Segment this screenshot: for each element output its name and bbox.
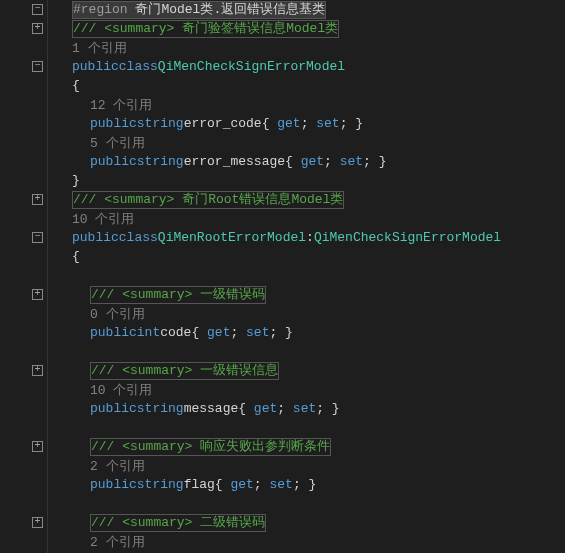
prop-code: code — [160, 325, 191, 340]
codelens-prop-message[interactable]: 10 个引用 — [90, 381, 152, 399]
fold-summary-3[interactable]: + — [32, 289, 43, 300]
fold-class-2[interactable]: − — [32, 232, 43, 243]
brace-open-2: { — [72, 249, 80, 264]
codelens-prop2[interactable]: 5 个引用 — [90, 134, 145, 152]
fold-region[interactable]: − — [32, 4, 43, 15]
brace-open: { — [72, 78, 80, 93]
fold-summary-5[interactable]: + — [32, 441, 43, 452]
prop-error-code: error_code — [184, 116, 262, 131]
fold-summary-2[interactable]: + — [32, 194, 43, 205]
class1-name: QiMenCheckSignErrorModel — [158, 59, 345, 74]
summary-prop-subcode: /// <summary> 二级错误码 — [90, 514, 266, 532]
codelens-prop-subcode[interactable]: 2 个引用 — [90, 533, 145, 551]
codelens-prop1[interactable]: 12 个引用 — [90, 96, 152, 114]
region-title: 奇门Model类.返回错误信息基类 — [128, 2, 326, 17]
fold-gutter: − + − + − + + + + — [0, 0, 48, 553]
codelens-class1[interactable]: 1 个引用 — [72, 39, 127, 57]
codelens-class2[interactable]: 10 个引用 — [72, 210, 134, 228]
kw-class: class — [119, 59, 158, 74]
summary-class2: /// <summary> 奇门Root错误信息Model类 — [72, 191, 344, 209]
prop-message: message — [184, 401, 239, 416]
kw-public: public — [72, 59, 119, 74]
brace-close: } — [72, 173, 80, 188]
summary-class1: /// <summary> 奇门验签错误信息Model类 — [72, 20, 339, 38]
codelens-prop-flag[interactable]: 2 个引用 — [90, 457, 145, 475]
summary-prop-code: /// <summary> 一级错误码 — [90, 286, 266, 304]
fold-summary-1[interactable]: + — [32, 23, 43, 34]
class2-name: QiMenRootErrorModel — [158, 230, 306, 245]
fold-summary-6[interactable]: + — [32, 517, 43, 528]
prop-error-message: error_message — [184, 154, 285, 169]
summary-prop-message: /// <summary> 一级错误信息 — [90, 362, 279, 380]
prop-flag: flag — [184, 477, 215, 492]
code-area[interactable]: #region 奇门Model类.返回错误信息基类 /// <summary> … — [48, 0, 501, 553]
class2-base: QiMenCheckSignErrorModel — [314, 230, 501, 245]
region-directive: #region — [73, 2, 128, 17]
fold-class-1[interactable]: − — [32, 61, 43, 72]
codelens-prop-code[interactable]: 0 个引用 — [90, 305, 145, 323]
fold-summary-4[interactable]: + — [32, 365, 43, 376]
summary-prop-flag: /// <summary> 响应失败出参判断条件 — [90, 438, 331, 456]
